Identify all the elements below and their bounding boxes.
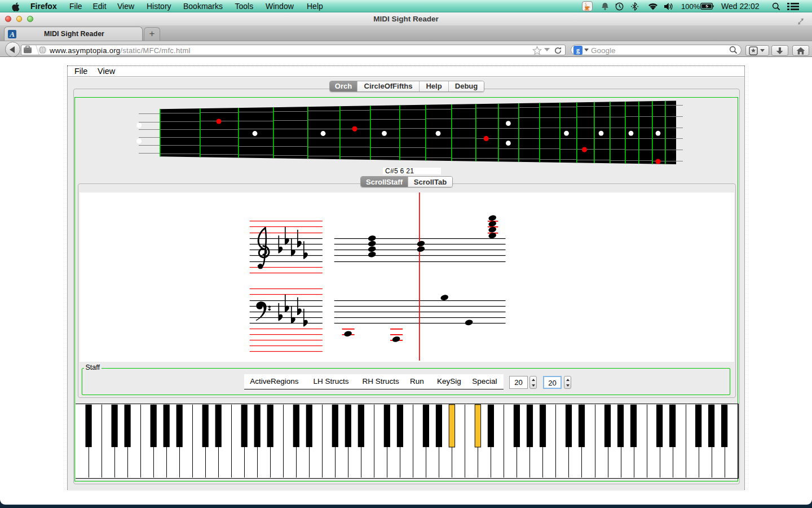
svg-text:A: A bbox=[9, 30, 15, 38]
svg-text:g: g bbox=[576, 46, 580, 54]
